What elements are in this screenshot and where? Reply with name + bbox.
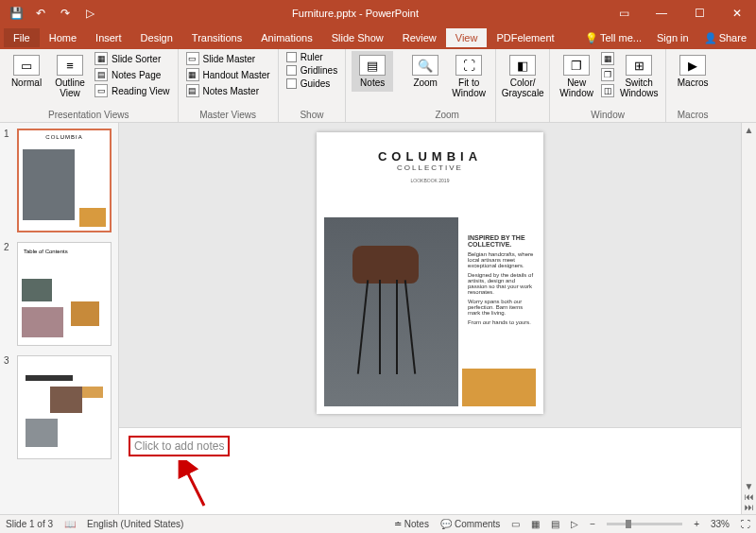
tab-slideshow[interactable]: Slide Show	[322, 28, 393, 47]
status-notes-button[interactable]: ≐ Notes	[394, 519, 429, 529]
normal-view-button[interactable]: ▭Normal	[6, 51, 47, 92]
ribbon-tabs: File Home Insert Design Transitions Anim…	[0, 26, 756, 49]
thumb-accent	[79, 208, 106, 227]
notes-pane[interactable]: Click to add notes	[119, 427, 741, 514]
slide-thumbnail-3[interactable]	[17, 355, 112, 459]
reading-view-icon[interactable]: ▤	[551, 519, 559, 529]
slideshow-view-icon[interactable]: ▷	[571, 519, 578, 529]
prev-slide-icon[interactable]: ⏮	[745, 491, 754, 502]
switch-windows-icon: ⊞	[626, 55, 652, 76]
ruler-checkbox[interactable]: Ruler	[284, 51, 339, 63]
scroll-up-icon[interactable]: ▲	[745, 125, 754, 135]
slide-accent-bar	[462, 369, 536, 406]
tab-pdfelement[interactable]: PDFelement	[487, 28, 563, 47]
vertical-scrollbar[interactable]: ▲ ▼ ⏮ ⏭	[741, 123, 756, 514]
share-button[interactable]: 👤 Share	[698, 28, 752, 48]
normal-view-icon[interactable]: ▭	[511, 519, 520, 529]
save-icon[interactable]: 💾	[6, 3, 26, 24]
group-label: Zoom	[404, 108, 490, 122]
tab-home[interactable]: Home	[40, 28, 86, 47]
tab-view[interactable]: View	[446, 28, 488, 47]
redo-icon[interactable]: ↷	[55, 3, 76, 24]
notes-master-button[interactable]: ▤Notes Master	[184, 83, 272, 98]
slide-sorter-button[interactable]: ▦Slide Sorter	[93, 51, 172, 66]
sign-in-link[interactable]: Sign in	[651, 28, 695, 47]
zoom-out-button[interactable]: −	[590, 519, 595, 529]
svg-line-0	[183, 464, 204, 506]
zoom-slider[interactable]	[607, 523, 682, 525]
handout-master-button[interactable]: ▦Handout Master	[184, 67, 272, 82]
fit-to-window-icon[interactable]: ⛶	[741, 519, 750, 529]
new-window-icon: ❐	[563, 55, 590, 76]
start-slideshow-icon[interactable]: ▷	[79, 3, 100, 24]
zoom-button[interactable]: 🔍Zoom	[404, 51, 446, 92]
notes-master-icon: ▤	[186, 84, 199, 97]
next-slide-icon[interactable]: ⏭	[745, 502, 754, 512]
minimize-icon[interactable]: —	[643, 0, 680, 26]
group-master-views: ▭Slide Master ▦Handout Master ▤Notes Mas…	[179, 49, 279, 122]
move-split-button[interactable]: ◫	[599, 83, 616, 98]
normal-view-icon: ▭	[13, 55, 40, 76]
spellcheck-icon[interactable]: 📖	[64, 519, 76, 529]
new-window-button[interactable]: ❐New Window	[556, 51, 597, 102]
tab-insert[interactable]: Insert	[86, 28, 131, 47]
status-comments-button[interactable]: 💬 Comments	[440, 519, 500, 529]
maximize-icon[interactable]: ☐	[680, 0, 718, 26]
title-bar: 💾 ↶ ↷ ▷ Furniture.pptx - PowerPoint ▭ — …	[0, 0, 756, 26]
status-slide-number: Slide 1 of 3	[6, 519, 53, 529]
macros-icon: ▶	[679, 55, 706, 76]
outline-view-icon: ≡	[57, 55, 83, 76]
macros-button[interactable]: ▶Macros	[672, 51, 713, 92]
notes-page-icon: ▤	[94, 68, 108, 81]
slide-number: 2	[4, 242, 13, 346]
slide-thumbnails-panel: 1 COLUMBIA 2 Table of Contents 3	[0, 123, 119, 514]
tab-transitions[interactable]: Transitions	[182, 28, 251, 47]
split-icon: ◫	[601, 84, 614, 97]
fit-to-window-button[interactable]: ⛶Fit to Window	[448, 51, 490, 102]
fit-window-icon: ⛶	[455, 55, 482, 76]
notes-button[interactable]: ▤Notes	[352, 51, 393, 92]
notes-placeholder[interactable]: Click to add notes	[129, 436, 230, 456]
reading-view-button[interactable]: ▭Reading View	[93, 83, 172, 98]
checkbox-icon	[286, 65, 297, 76]
status-language[interactable]: English (United States)	[87, 519, 183, 529]
slide-sorter-icon: ▦	[94, 52, 108, 65]
quick-access-toolbar: 💾 ↶ ↷ ▷	[0, 3, 106, 24]
slide-number: 3	[4, 355, 13, 459]
close-icon[interactable]: ✕	[718, 0, 756, 26]
gridlines-checkbox[interactable]: Gridlines	[284, 64, 339, 77]
slide-number: 1	[4, 129, 13, 232]
slide-master-button[interactable]: ▭Slide Master	[184, 51, 272, 66]
guides-checkbox[interactable]: Guides	[284, 77, 339, 90]
cascade-button[interactable]: ❐	[599, 67, 616, 82]
tell-me-input[interactable]: 💡 Tell me...	[579, 28, 647, 48]
outline-view-button[interactable]: ≡Outline View	[49, 51, 91, 102]
group-label: Macros	[672, 108, 713, 122]
ribbon-options-icon[interactable]: ▭	[605, 0, 643, 26]
tab-animations[interactable]: Animations	[251, 28, 321, 47]
current-slide[interactable]: COLUMBIA COLLECTIVE LOOKBOOK 2019 INSPIR…	[317, 132, 543, 414]
undo-icon[interactable]: ↶	[30, 3, 51, 24]
slide-thumbnail-1[interactable]: COLUMBIA	[17, 129, 112, 232]
slide-sorter-view-icon[interactable]: ▦	[531, 519, 540, 529]
scroll-down-icon[interactable]: ▼	[745, 481, 754, 491]
switch-windows-button[interactable]: ⊞Switch Windows	[618, 51, 660, 102]
slide-thumbnail-2[interactable]: Table of Contents	[17, 242, 112, 346]
group-macros: ▶Macros Macros	[666, 49, 719, 122]
notes-page-button[interactable]: ▤Notes Page	[93, 67, 172, 82]
zoom-in-button[interactable]: +	[694, 519, 699, 529]
zoom-level[interactable]: 33%	[711, 519, 730, 529]
handout-master-icon: ▦	[186, 68, 199, 81]
slide-subtitle: COLLECTIVE	[317, 163, 543, 172]
tab-file[interactable]: File	[4, 28, 40, 47]
arrange-all-button[interactable]: ▦	[599, 51, 616, 66]
slide-canvas[interactable]: COLUMBIA COLLECTIVE LOOKBOOK 2019 INSPIR…	[119, 123, 741, 427]
annotation-arrow	[176, 460, 214, 509]
color-grayscale-button[interactable]: ◧Color/ Grayscale	[502, 51, 543, 102]
work-area: 1 COLUMBIA 2 Table of Contents 3	[0, 123, 756, 514]
ribbon: ▭Normal ≡Outline View ▦Slide Sorter ▤Not…	[0, 49, 756, 123]
thumb-image	[23, 149, 75, 220]
tab-design[interactable]: Design	[131, 28, 182, 47]
group-label: Show	[284, 108, 339, 122]
tab-review[interactable]: Review	[393, 28, 446, 47]
